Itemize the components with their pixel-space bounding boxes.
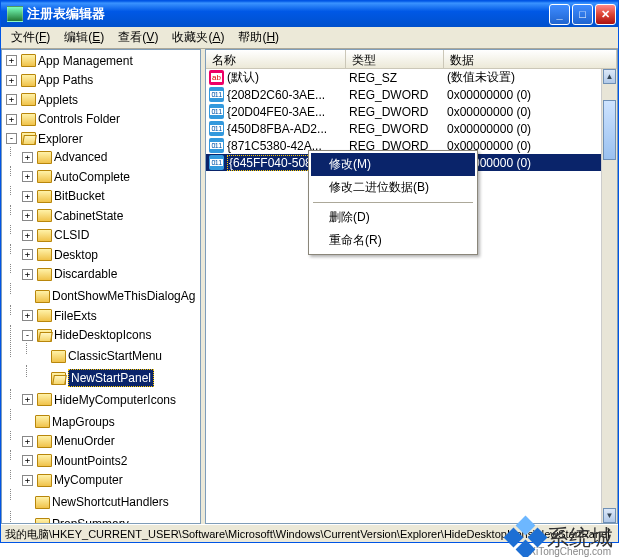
folder-icon (37, 209, 52, 222)
expand-icon[interactable]: + (22, 230, 33, 241)
list-row[interactable]: (默认)REG_SZ(数值未设置) (206, 69, 617, 86)
value-type: REG_DWORD (346, 105, 444, 119)
registry-tree[interactable]: +App Management +App Paths +Applets +Con… (1, 49, 201, 524)
tree-item[interactable]: MapGroups (52, 414, 115, 430)
tree-item[interactable]: NewShortcutHandlers (52, 494, 169, 510)
tree-item[interactable]: MyComputer (54, 472, 123, 488)
tree-item[interactable]: FileExts (54, 308, 97, 324)
ctx-modify-binary[interactable]: 修改二进位数据(B) (311, 176, 475, 199)
expand-icon[interactable]: + (22, 269, 33, 280)
menu-file[interactable]: 文件(F) (5, 27, 56, 48)
expand-icon[interactable]: + (22, 475, 33, 486)
scroll-up-icon[interactable]: ▲ (603, 69, 616, 84)
value-data: 0x00000000 (0) (444, 122, 617, 136)
folder-icon (51, 350, 66, 363)
menu-edit[interactable]: 编辑(E) (58, 27, 110, 48)
tree-item[interactable]: App Paths (38, 72, 93, 88)
tree-item[interactable]: CLSID (54, 227, 89, 243)
watermark-logo-icon (504, 516, 548, 557)
value-name: (默认) (227, 69, 259, 86)
expand-icon[interactable]: + (22, 455, 33, 466)
window-title: 注册表编辑器 (27, 5, 549, 23)
tree-item[interactable]: Applets (38, 92, 78, 108)
tree-item[interactable]: MountPoints2 (54, 453, 127, 469)
expand-icon[interactable]: + (22, 152, 33, 163)
tree-item[interactable]: ClassicStartMenu (68, 348, 162, 364)
collapse-icon[interactable]: - (22, 330, 33, 341)
tree-item[interactable]: HideDesktopIcons (54, 327, 151, 343)
tree-item[interactable]: Desktop (54, 247, 98, 263)
tree-item[interactable]: BitBucket (54, 188, 105, 204)
expand-icon[interactable]: + (6, 55, 17, 66)
expand-icon[interactable]: + (6, 75, 17, 86)
list-row[interactable]: {20D04FE0-3AE...REG_DWORD0x00000000 (0) (206, 103, 617, 120)
list-header: 名称 类型 数据 (206, 50, 617, 69)
column-name[interactable]: 名称 (206, 50, 346, 68)
tree-item[interactable]: CabinetState (54, 208, 123, 224)
maximize-button[interactable]: □ (572, 4, 593, 25)
binary-value-icon (209, 138, 224, 153)
tree-item-selected[interactable]: NewStartPanel (68, 369, 154, 387)
expand-icon[interactable]: + (22, 249, 33, 260)
column-type[interactable]: 类型 (346, 50, 444, 68)
folder-open-icon (37, 329, 52, 342)
expand-icon[interactable]: + (6, 94, 17, 105)
folder-icon (21, 93, 36, 106)
folder-open-icon (51, 372, 66, 385)
tree-item[interactable]: Advanced (54, 149, 107, 165)
value-data: 0x00000000 (0) (444, 88, 617, 102)
binary-value-icon (209, 87, 224, 102)
tree-item[interactable]: Controls Folder (38, 111, 120, 127)
list-row[interactable]: {450D8FBA-AD2...REG_DWORD0x00000000 (0) (206, 120, 617, 137)
close-button[interactable]: ✕ (595, 4, 616, 25)
tree-item[interactable]: App Management (38, 53, 133, 69)
tree-item[interactable]: AutoComplete (54, 169, 130, 185)
folder-icon (35, 496, 50, 509)
folder-open-icon (21, 132, 36, 145)
tree-item[interactable]: DontShowMeThisDialogAg (52, 288, 195, 304)
expand-icon[interactable]: + (22, 310, 33, 321)
tree-item[interactable]: HideMyComputerIcons (54, 392, 176, 408)
expand-icon[interactable]: + (22, 191, 33, 202)
tree-item[interactable]: Discardable (54, 266, 117, 282)
expand-icon[interactable]: + (6, 114, 17, 125)
ctx-modify[interactable]: 修改(M) (311, 153, 475, 176)
ctx-delete[interactable]: 删除(D) (311, 206, 475, 229)
folder-icon (35, 290, 50, 303)
scroll-thumb[interactable] (603, 100, 616, 160)
value-list[interactable]: 名称 类型 数据 (默认)REG_SZ(数值未设置){208D2C60-3AE.… (205, 49, 618, 524)
folder-icon (37, 170, 52, 183)
value-name: {450D8FBA-AD2... (227, 122, 327, 136)
tree-item[interactable]: Explorer (38, 131, 83, 147)
binary-value-icon (209, 121, 224, 136)
list-row[interactable]: {208D2C60-3AE...REG_DWORD0x00000000 (0) (206, 86, 617, 103)
binary-value-icon (209, 155, 224, 170)
folder-icon (35, 415, 50, 428)
menu-view[interactable]: 查看(V) (112, 27, 164, 48)
column-data[interactable]: 数据 (444, 50, 617, 68)
tree-item[interactable]: MenuOrder (54, 433, 115, 449)
menu-help[interactable]: 帮助(H) (232, 27, 285, 48)
scroll-down-icon[interactable]: ▼ (603, 508, 616, 523)
tree-item[interactable]: PropSummary (52, 516, 129, 524)
minimize-button[interactable]: _ (549, 4, 570, 25)
folder-icon (21, 54, 36, 67)
registry-editor-window: 注册表编辑器 _ □ ✕ 文件(F) 编辑(E) 查看(V) 收藏夹(A) 帮助… (0, 0, 619, 543)
value-type: REG_DWORD (346, 88, 444, 102)
expand-icon[interactable]: + (22, 210, 33, 221)
ctx-rename[interactable]: 重命名(R) (311, 229, 475, 252)
expand-icon[interactable]: + (22, 171, 33, 182)
title-bar[interactable]: 注册表编辑器 _ □ ✕ (1, 1, 618, 27)
folder-icon (21, 74, 36, 87)
folder-icon (37, 190, 52, 203)
menu-favorites[interactable]: 收藏夹(A) (166, 27, 230, 48)
expand-icon[interactable]: + (22, 394, 33, 405)
watermark-text: 系统城 (547, 523, 613, 553)
collapse-icon[interactable]: - (6, 133, 17, 144)
value-type: REG_SZ (346, 71, 444, 85)
scrollbar[interactable]: ▲ ▼ (601, 69, 617, 523)
folder-icon (37, 151, 52, 164)
value-type: REG_DWORD (346, 122, 444, 136)
app-icon (7, 6, 23, 22)
expand-icon[interactable]: + (22, 436, 33, 447)
